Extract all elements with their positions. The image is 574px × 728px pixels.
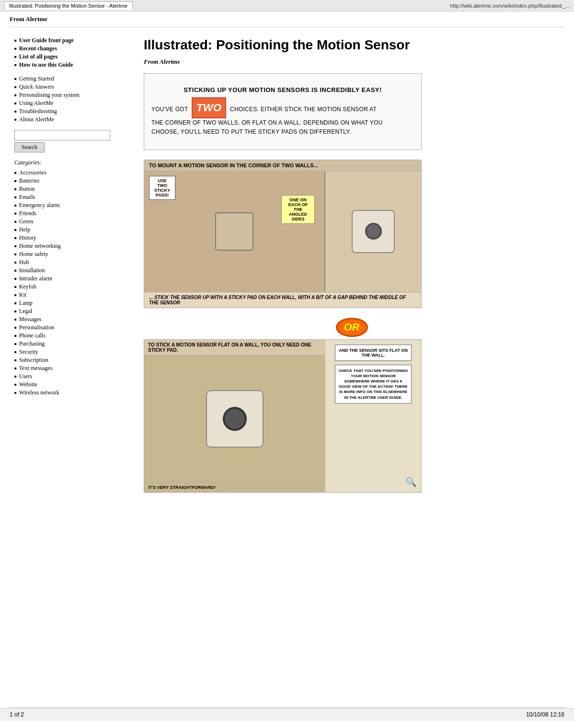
link-website[interactable]: Website bbox=[19, 381, 37, 388]
sidebar-item-personalising[interactable]: Personalising your system bbox=[14, 92, 129, 99]
category-help[interactable]: Help bbox=[14, 226, 129, 233]
category-purchasing[interactable]: Purchasing bbox=[14, 340, 129, 347]
link-about-alertme[interactable]: About AlertMe bbox=[19, 116, 54, 123]
page-wrapper: From Alertme User Guide front page Recen… bbox=[0, 12, 574, 721]
tab-title: Illustrated: Positioning the Motion Sens… bbox=[9, 3, 127, 9]
link-subscription[interactable]: Subscription bbox=[19, 357, 48, 364]
link-using-alertme[interactable]: Using AlertMe bbox=[19, 100, 54, 107]
nav-link-user-guide[interactable]: User Guide front page bbox=[19, 37, 74, 44]
nav-link-list-pages[interactable]: List of all pages bbox=[19, 53, 57, 60]
sensor-flat2-shape bbox=[206, 390, 264, 448]
search-input[interactable] bbox=[14, 130, 110, 140]
comic3-bubble-bottom: CHECK THAT YOU ARE POSITIONING YOUR MOTI… bbox=[335, 365, 412, 404]
category-friends[interactable]: Friends bbox=[14, 210, 129, 217]
link-troubleshooting[interactable]: Troubleshooting bbox=[19, 108, 57, 115]
nav-link-how-to-use[interactable]: How to use this Guide bbox=[19, 61, 73, 69]
link-green[interactable]: Green bbox=[19, 218, 33, 225]
sidebar-item-using-alertme[interactable]: Using AlertMe bbox=[14, 100, 129, 107]
link-intruder-alarm[interactable]: Intruder alarm bbox=[19, 275, 52, 282]
link-home-safety[interactable]: Home safety bbox=[19, 251, 48, 258]
link-users[interactable]: Users bbox=[19, 373, 32, 380]
link-text-messages[interactable]: Text messages bbox=[19, 365, 52, 372]
comic2-speech-bubble-right: ONE ON EACH OF THE ANGLED SIDES bbox=[281, 195, 315, 224]
category-wireless-network[interactable]: Wireless network bbox=[14, 389, 129, 396]
category-batteries[interactable]: Batteries bbox=[14, 177, 129, 185]
browser-tab[interactable]: Illustrated: Positioning the Motion Sens… bbox=[4, 1, 133, 10]
link-personalising[interactable]: Personalising your system bbox=[19, 92, 80, 99]
link-personalisation[interactable]: Personalisation bbox=[19, 324, 54, 331]
nav-item-list-pages[interactable]: List of all pages bbox=[14, 53, 129, 60]
category-emergency-alarm[interactable]: Emergency alarm bbox=[14, 202, 129, 209]
link-messages[interactable]: Messages bbox=[19, 316, 42, 323]
nav-link-recent-changes[interactable]: Recent changes bbox=[19, 45, 57, 52]
link-quick-answers[interactable]: Quick Answers bbox=[19, 83, 55, 91]
link-batteries[interactable]: Batteries bbox=[19, 177, 40, 185]
category-button[interactable]: Button bbox=[14, 185, 129, 193]
nav-item-user-guide[interactable]: User Guide front page bbox=[14, 37, 129, 44]
category-website[interactable]: Website bbox=[14, 381, 129, 388]
search-box: Search bbox=[14, 130, 129, 152]
link-friends[interactable]: Friends bbox=[19, 210, 36, 217]
category-history[interactable]: History bbox=[14, 234, 129, 242]
link-history[interactable]: History bbox=[19, 234, 36, 242]
category-home-safety[interactable]: Home safety bbox=[14, 251, 129, 258]
search-button[interactable]: Search bbox=[14, 142, 45, 152]
category-text-messages[interactable]: Text messages bbox=[14, 365, 129, 372]
comic3-right: AND THE SENSOR SITS FLAT ON THE WALL. CH… bbox=[325, 340, 421, 492]
link-lamp[interactable]: Lamp bbox=[19, 300, 33, 307]
categories-section: Categories: Accessories Batteries Button… bbox=[14, 159, 129, 396]
sidebar-item-getting-started[interactable]: Getting Started bbox=[14, 75, 129, 82]
category-keyfob[interactable]: Keyfob bbox=[14, 283, 129, 290]
category-green[interactable]: Green bbox=[14, 218, 129, 225]
category-security[interactable]: Security bbox=[14, 348, 129, 356]
sidebar-item-quick-answers[interactable]: Quick Answers bbox=[14, 83, 129, 91]
sensor-flat-shape bbox=[352, 210, 395, 253]
link-help[interactable]: Help bbox=[19, 226, 30, 233]
category-emails[interactable]: Emails bbox=[14, 194, 129, 201]
link-keyfob[interactable]: Keyfob bbox=[19, 283, 36, 290]
link-purchasing[interactable]: Purchasing bbox=[19, 340, 45, 347]
link-security[interactable]: Security bbox=[19, 348, 38, 356]
sidebar-item-about-alertme[interactable]: About AlertMe bbox=[14, 116, 129, 123]
link-legal[interactable]: Legal bbox=[19, 308, 32, 315]
link-hub[interactable]: Hub bbox=[19, 259, 29, 266]
link-getting-started[interactable]: Getting Started bbox=[19, 75, 54, 82]
category-installation[interactable]: Installation bbox=[14, 267, 129, 274]
link-phone-calls[interactable]: Phone calls bbox=[19, 332, 46, 339]
category-users[interactable]: Users bbox=[14, 373, 129, 380]
two-badge: TWO bbox=[192, 97, 226, 118]
category-personalisation[interactable]: Personalisation bbox=[14, 324, 129, 331]
category-phone-calls[interactable]: Phone calls bbox=[14, 332, 129, 339]
category-intruder-alarm[interactable]: Intruder alarm bbox=[14, 275, 129, 282]
comic3-bubble-top: AND THE SENSOR SITS FLAT ON THE WALL. bbox=[335, 345, 412, 361]
sensor-eye2 bbox=[223, 407, 247, 431]
link-kit[interactable]: Kit bbox=[19, 291, 26, 299]
category-kit[interactable]: Kit bbox=[14, 291, 129, 299]
link-installation[interactable]: Installation bbox=[19, 267, 45, 274]
category-hub[interactable]: Hub bbox=[14, 259, 129, 266]
nav-item-how-to-use[interactable]: How to use this Guide bbox=[14, 61, 129, 69]
sidebar-item-troubleshooting[interactable]: Troubleshooting bbox=[14, 108, 129, 115]
comic-image-1: STICKING UP YOUR MOTION SENSORS IS INCRE… bbox=[144, 73, 422, 150]
from-alertme-label: From Alertme bbox=[10, 15, 47, 23]
comic2-speech-bubble-left: USE TWO STICKY PADS! bbox=[149, 176, 175, 200]
link-button[interactable]: Button bbox=[19, 185, 35, 193]
category-subscription[interactable]: Subscription bbox=[14, 357, 129, 364]
nav-item-recent-changes[interactable]: Recent changes bbox=[14, 45, 129, 52]
category-messages[interactable]: Messages bbox=[14, 316, 129, 323]
link-accessories[interactable]: Accessories bbox=[19, 169, 46, 176]
category-legal[interactable]: Legal bbox=[14, 308, 129, 315]
link-emails[interactable]: Emails bbox=[19, 194, 35, 201]
link-home-networking[interactable]: Home networking bbox=[19, 243, 61, 250]
category-lamp[interactable]: Lamp bbox=[14, 300, 129, 307]
category-accessories[interactable]: Accessories bbox=[14, 169, 129, 176]
comic1-body: YOU'VE GOT TWO CHOICES. EITHER STICK THE… bbox=[151, 97, 414, 137]
comic2-caption: ... STICK THE SENSOR UP WITH A STICKY PA… bbox=[144, 292, 421, 308]
comic3-header: TO STICK A MOTION SENSOR FLAT ON A WALL,… bbox=[144, 340, 325, 356]
tab-bar: Illustrated: Positioning the Motion Sens… bbox=[4, 1, 133, 10]
link-wireless-network[interactable]: Wireless network bbox=[19, 389, 59, 396]
category-home-networking[interactable]: Home networking bbox=[14, 243, 129, 250]
or-circle: OR bbox=[336, 318, 368, 337]
link-emergency-alarm[interactable]: Emergency alarm bbox=[19, 202, 60, 209]
comic3-left: TO STICK A MOTION SENSOR FLAT ON A WALL,… bbox=[144, 340, 325, 492]
